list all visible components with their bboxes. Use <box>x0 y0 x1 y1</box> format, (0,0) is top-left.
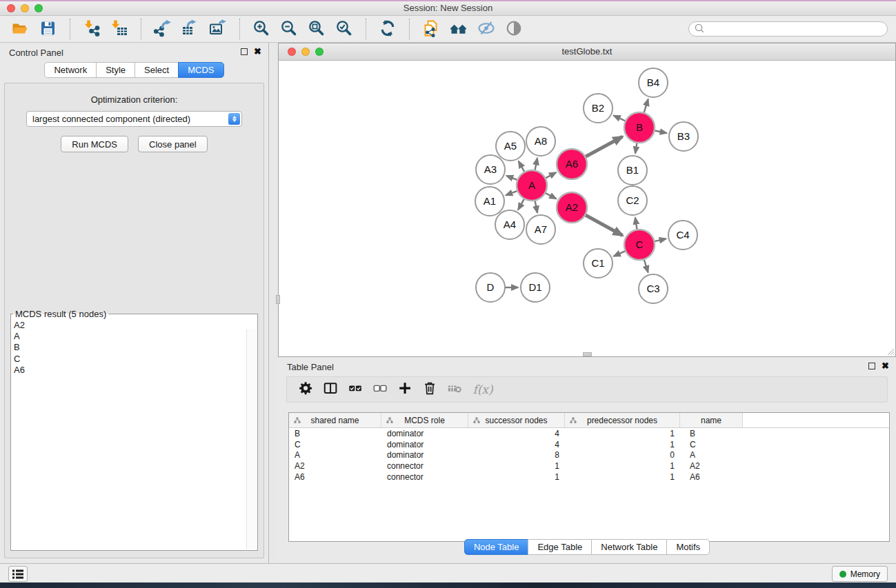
graph-node-A8[interactable]: A8 <box>526 127 555 156</box>
show-column-panel-button[interactable] <box>322 381 340 398</box>
unselect-all-columns-button[interactable] <box>372 381 390 398</box>
cell-predecessor-nodes: 1 <box>565 429 680 438</box>
table-row-B[interactable]: Bdominator41B <box>289 428 889 439</box>
mcds-result-item[interactable]: A6 <box>14 365 257 376</box>
table-row-C[interactable]: Cdominator41C <box>289 439 889 450</box>
create-new-column-button[interactable] <box>397 381 415 398</box>
graph-node-D[interactable]: D <box>476 273 505 302</box>
network-canvas[interactable]: B4B2BB3A8A5A6A3B1AA1C2A2A4A7C4CC1C3DD1 <box>279 61 895 356</box>
resize-grip-icon[interactable] <box>886 347 895 356</box>
graph-node-D1[interactable]: D1 <box>521 273 550 302</box>
zoom-out-button[interactable] <box>279 18 299 40</box>
table-options-button[interactable] <box>297 381 315 398</box>
graph-node-label: C4 <box>676 229 689 241</box>
graph-node-A3[interactable]: A3 <box>476 155 505 184</box>
apply-preferred-layout-button[interactable] <box>377 18 398 40</box>
vertical-scroll-thumb[interactable] <box>276 295 280 304</box>
search-input[interactable] <box>705 23 887 35</box>
graph-node-B4[interactable]: B4 <box>639 68 668 97</box>
tab-network[interactable]: Network <box>44 62 97 78</box>
table-row-A[interactable]: Adominator80A <box>289 450 889 461</box>
export-network-button[interactable] <box>152 18 173 40</box>
cell-predecessor-nodes: 0 <box>565 450 680 460</box>
close-panel-button[interactable]: Close panel <box>138 136 208 152</box>
task-history-button[interactable] <box>8 566 28 582</box>
search-field[interactable] <box>688 21 888 37</box>
table-tab-network-table[interactable]: Network Table <box>591 539 667 555</box>
graph-node-C3[interactable]: C3 <box>639 274 668 303</box>
tab-mcds[interactable]: MCDS <box>178 62 223 78</box>
open-session-button[interactable] <box>10 18 31 40</box>
run-mcds-button[interactable]: Run MCDS <box>61 136 128 152</box>
graph-node-A1[interactable]: A1 <box>475 187 504 216</box>
hide-selected-button[interactable] <box>476 18 497 40</box>
mcds-result-item[interactable]: B <box>14 342 257 353</box>
cell-name: A2 <box>680 461 743 471</box>
column-header-shared-name[interactable]: shared name <box>289 413 381 427</box>
table-tab-motifs[interactable]: Motifs <box>666 539 710 555</box>
column-header-predecessor-nodes[interactable]: predecessor nodes <box>565 413 680 427</box>
zoom-selected-region-button[interactable] <box>334 18 355 40</box>
graph-node-B3[interactable]: B3 <box>669 122 698 151</box>
show-all-button[interactable] <box>504 18 524 40</box>
graph-node-A2[interactable]: A2 <box>557 192 587 223</box>
zoom-fit-icon <box>308 19 326 39</box>
zoom-fit-content-button[interactable] <box>306 18 327 40</box>
graph-node-A7[interactable]: A7 <box>526 215 555 244</box>
float-table-panel-icon[interactable] <box>868 363 875 369</box>
result-scrollbar[interactable] <box>246 329 256 549</box>
column-header-mcds-role[interactable]: MCDS role <box>381 413 468 427</box>
graph-node-A5[interactable]: A5 <box>496 132 525 161</box>
graph-node-B1[interactable]: B1 <box>618 156 647 185</box>
close-panel-icon[interactable]: ✖ <box>254 47 261 56</box>
criterion-dropdown[interactable]: largest connected component (directed) <box>26 111 242 127</box>
memory-button[interactable]: Memory <box>832 566 888 582</box>
table-tab-node-table[interactable]: Node Table <box>464 539 529 555</box>
zoom-in-button[interactable] <box>251 18 272 40</box>
control-panel-title: Control Panel <box>9 48 63 58</box>
tab-select[interactable]: Select <box>135 62 179 78</box>
table-tab-edge-table[interactable]: Edge Table <box>528 539 592 555</box>
graph-node-A6[interactable]: A6 <box>557 149 587 179</box>
node-table: shared nameMCDS rolesuccessor nodesprede… <box>288 412 890 542</box>
new-network-from-selection-button[interactable] <box>421 18 441 40</box>
column-header-successor-nodes[interactable]: successor nodes <box>468 413 565 427</box>
mcds-result-item[interactable]: C <box>14 354 257 365</box>
graph-node-C[interactable]: C <box>624 230 655 260</box>
graph-node-label: A3 <box>484 163 497 175</box>
first-neighbors-button[interactable] <box>448 18 469 40</box>
graph-edge-A2-C[interactable] <box>584 214 623 236</box>
graph-node-A4[interactable]: A4 <box>495 210 524 239</box>
export-image-button[interactable] <box>208 18 228 40</box>
graph-node-label: C3 <box>646 283 659 294</box>
import-network-from-file-button[interactable] <box>81 18 102 40</box>
mcds-result-item[interactable]: A2 <box>14 320 257 331</box>
mcds-result-item[interactable]: A <box>14 331 257 342</box>
column-header-name[interactable]: name <box>680 413 743 427</box>
export-table-button[interactable] <box>180 18 201 40</box>
graph-node-B[interactable]: B <box>624 112 655 143</box>
import-table-from-file-button[interactable] <box>109 18 130 40</box>
cell-shared-name: C <box>289 440 381 449</box>
graph-node-B2[interactable]: B2 <box>584 94 613 123</box>
control-panel-header: Control Panel ✖ <box>0 43 268 62</box>
graph-node-A[interactable]: A <box>517 170 547 201</box>
graph-node-C4[interactable]: C4 <box>668 221 697 250</box>
horizontal-scroll-thumb[interactable] <box>583 352 592 356</box>
table-row-A2[interactable]: A2connector11A2 <box>289 460 889 472</box>
graph-edge-B-B4[interactable] <box>644 99 648 114</box>
select-all-columns-button[interactable] <box>347 381 365 398</box>
graph-edge-C-C3[interactable] <box>644 258 648 272</box>
save-session-button[interactable] <box>38 18 59 40</box>
delete-columns-button[interactable] <box>421 381 439 398</box>
uncheck2-icon <box>372 381 389 399</box>
toolbar-separator <box>366 19 366 39</box>
control-panel-tabs: NetworkStyleSelectMCDS <box>0 62 268 78</box>
float-panel-icon[interactable] <box>241 48 248 55</box>
graph-node-C2[interactable]: C2 <box>618 186 647 215</box>
close-table-panel-icon[interactable]: ✖ <box>882 361 889 370</box>
table-row-A6[interactable]: A6connector11A6 <box>289 472 889 483</box>
graph-edge-A6-B[interactable] <box>584 136 623 157</box>
tab-style[interactable]: Style <box>96 62 135 78</box>
graph-node-C1[interactable]: C1 <box>584 249 613 278</box>
